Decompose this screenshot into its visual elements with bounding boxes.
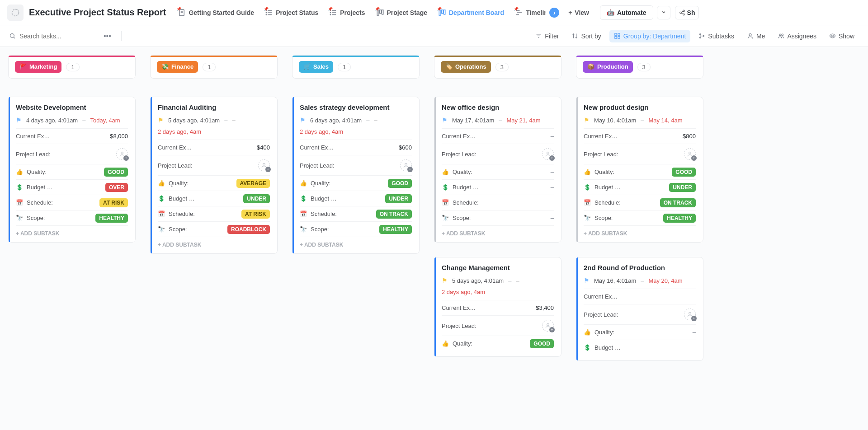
tab-label: Timeline (526, 9, 546, 16)
sort-button[interactable]: Sort by (567, 30, 605, 42)
svg-point-42 (749, 34, 751, 36)
tabs-scroll-right[interactable]: › (549, 8, 559, 18)
task-card[interactable]: Sales strategy development ⚑ 6 days ago,… (292, 97, 420, 254)
overdue-date: 2 days ago, 4am (158, 128, 270, 135)
tab-department-board[interactable]: 📌 Department Board (433, 5, 509, 20)
cards-list: Website Development ⚑ 4 days ago, 4:01am… (8, 97, 136, 243)
flag-icon[interactable]: ⚑ (300, 117, 306, 124)
automate-button[interactable]: 🤖 Automate (600, 5, 653, 20)
filter-label: Filter (545, 33, 559, 40)
tab-project-status[interactable]: 📌 Project Status (259, 5, 324, 20)
show-button[interactable]: Show (825, 30, 859, 42)
tab-label: Projects (340, 9, 365, 16)
thumbs-up-icon: 👍 (16, 168, 23, 175)
column-accent (9, 56, 135, 57)
status-badge: AVERAGE (236, 179, 270, 188)
date-start: 4 days ago, 4:01am (26, 117, 78, 124)
status-badge: UNDER (243, 194, 270, 203)
svg-point-51 (689, 152, 691, 154)
assignees-button[interactable]: Assignees (773, 30, 821, 42)
assignee-placeholder[interactable]: + (684, 148, 696, 160)
assignee-placeholder[interactable]: + (542, 148, 554, 160)
empty-value: – (551, 199, 554, 206)
status-badge: AT RISK (99, 198, 128, 207)
task-card[interactable]: 2nd Round of Production ⚑ May 16, 4:01am… (576, 257, 703, 361)
quality-label: Quality: (27, 168, 47, 175)
me-button[interactable]: Me (742, 30, 769, 42)
search-icon (9, 33, 16, 39)
svg-point-41 (703, 35, 704, 37)
column-header[interactable]: 🛒 Sales 1 (292, 55, 420, 79)
department-chip[interactable]: 🛒 Sales (299, 61, 333, 73)
budget-label: Budget … (169, 195, 195, 202)
status-badge: HEALTHY (95, 214, 128, 223)
card-accent (292, 97, 294, 253)
flag-icon[interactable]: ⚑ (442, 117, 448, 124)
assignee-placeholder[interactable]: + (684, 308, 696, 320)
task-card[interactable]: Financial Auditing ⚑ 5 days ago, 4:01am … (150, 97, 278, 254)
assignee-placeholder[interactable]: + (542, 320, 554, 332)
department-chip[interactable]: 📦 Production (583, 61, 633, 73)
subtasks-button[interactable]: Subtasks (694, 30, 739, 42)
more-menu[interactable]: ••• (100, 32, 115, 40)
scope-label: Scope: (594, 215, 613, 221)
department-chip[interactable]: 🚩 Marketing (15, 61, 61, 73)
flag-icon[interactable]: ⚑ (16, 117, 22, 124)
task-card[interactable]: Change Management ⚑ 5 days ago, 4:01am –… (434, 257, 561, 357)
assignee-placeholder[interactable]: + (258, 159, 270, 171)
board-column: 💸 Finance 1 Financial Auditing ⚑ 5 days … (150, 55, 278, 361)
app-icon[interactable] (7, 5, 24, 21)
svg-point-39 (700, 34, 701, 35)
status-badge: HEALTHY (379, 225, 412, 234)
quality-label: Quality: (311, 180, 330, 187)
me-label: Me (756, 33, 765, 40)
date-end: Today, 4am (90, 117, 120, 124)
filter-button[interactable]: Filter (531, 30, 563, 42)
flag-icon[interactable]: ⚑ (158, 117, 164, 124)
department-chip[interactable]: 🏷️ Operations (441, 61, 491, 73)
assignee-placeholder[interactable]: + (116, 148, 128, 160)
task-card[interactable]: New product design ⚑ May 10, 4:01am – Ma… (576, 97, 703, 243)
assignees-label: Assignees (787, 33, 816, 40)
current-expense-label: Current Ex… (584, 133, 618, 140)
card-title: Financial Auditing (158, 103, 270, 111)
flag-icon[interactable]: ⚑ (584, 277, 590, 284)
add-view-button[interactable]: + View (564, 5, 594, 20)
column-header[interactable]: 🚩 Marketing 1 (8, 55, 136, 79)
column-header[interactable]: 💸 Finance 1 (150, 55, 278, 79)
empty-value: – (551, 168, 554, 175)
task-card[interactable]: New office design ⚑ May 17, 4:01am – May… (434, 97, 561, 243)
task-card[interactable]: Website Development ⚑ 4 days ago, 4:01am… (8, 97, 136, 243)
flag-icon[interactable]: ⚑ (584, 117, 590, 124)
flag-icon[interactable]: ⚑ (442, 277, 448, 284)
add-subtask-button[interactable]: + ADD SUBTASK (442, 225, 554, 237)
overdue-date: 2 days ago, 4am (442, 289, 554, 295)
tab-project-stage[interactable]: 📌 Project Stage (371, 5, 433, 20)
column-header[interactable]: 📦 Production 3 (576, 55, 703, 79)
automate-dropdown[interactable] (657, 6, 670, 19)
svg-point-52 (689, 313, 691, 315)
add-subtask-button[interactable]: + ADD SUBTASK (16, 225, 128, 237)
search-box[interactable] (9, 33, 96, 40)
assignee-placeholder[interactable]: + (400, 159, 412, 171)
add-subtask-button[interactable]: + ADD SUBTASK (300, 237, 412, 248)
share-button[interactable]: Sh (675, 6, 699, 19)
dollar-icon: 💲 (584, 344, 591, 351)
toolbar: ••• Filter Sort by Group by: Department … (0, 25, 868, 47)
tab-timeline[interactable]: 📌 Timeline (509, 5, 546, 20)
search-input[interactable] (19, 33, 96, 40)
date-separator: – (82, 117, 85, 124)
add-subtask-button[interactable]: + ADD SUBTASK (158, 237, 270, 248)
plus-icon: + (568, 9, 572, 16)
project-lead-label: Project Lead: (584, 151, 618, 158)
department-chip[interactable]: 💸 Finance (157, 61, 198, 73)
group-by-button[interactable]: Group by: Department (609, 30, 691, 42)
budget-label: Budget … (453, 184, 479, 191)
tab-projects[interactable]: 📌 Projects (324, 5, 370, 20)
overdue-date: 2 days ago, 4am (300, 128, 412, 135)
add-subtask-button[interactable]: + ADD SUBTASK (584, 225, 696, 237)
svg-point-15 (330, 14, 331, 15)
tab-getting-started[interactable]: 📌 Getting Started Guide (172, 5, 259, 20)
column-header[interactable]: 🏷️ Operations 3 (434, 55, 561, 79)
scope-label: Scope: (169, 226, 187, 233)
